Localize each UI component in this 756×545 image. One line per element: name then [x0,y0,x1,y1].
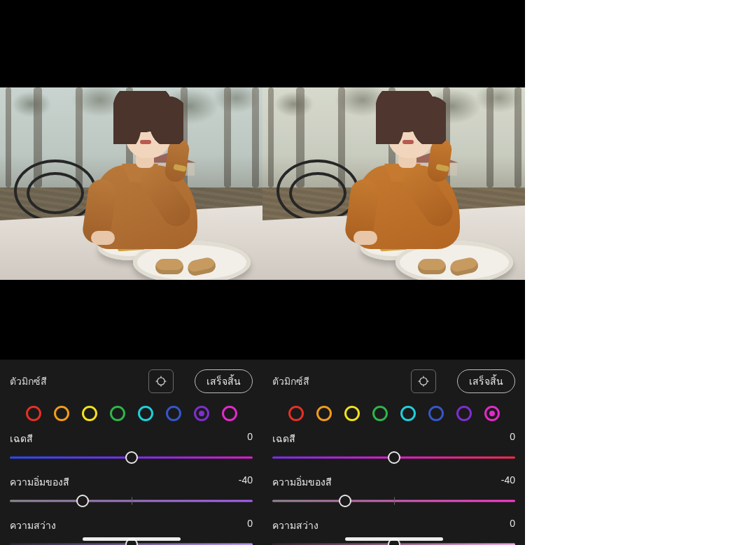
slider-thumb[interactable] [125,451,138,464]
slider-label: เฉดสี [272,431,295,446]
panel-title: ตัวมิกซ์สี [10,374,50,389]
slider-row-luminance: ความสว่าง0 [10,518,253,545]
color-swatch-row [10,406,253,421]
slider-label: เฉดสี [10,431,33,446]
color-swatch-yellow[interactable] [344,406,360,421]
slider-value: 0 [247,518,253,533]
panel-title: ตัวมิกซ์สี [272,374,312,389]
color-swatch-orange[interactable] [316,406,332,421]
slider-hue[interactable] [272,451,515,465]
compare-pane-right: ตัวมิกซ์สี เสร็จสิ้น เฉดสี0 [262,0,525,545]
color-swatch-blue[interactable] [428,406,444,421]
slider-label: ความอิ่มของสี [10,474,69,490]
color-swatch-orange[interactable] [54,406,69,421]
color-swatch-red[interactable] [26,406,41,421]
done-button[interactable]: เสร็จสิ้น [457,369,515,393]
slider-row-saturation: ความอิ่มของสี-40 [10,474,253,508]
home-indicator[interactable] [83,537,181,541]
slider-saturation[interactable] [272,494,515,508]
slider-saturation[interactable] [10,494,253,508]
color-swatch-red[interactable] [288,406,304,421]
done-button[interactable]: เสร็จสิ้น [195,369,253,393]
color-swatch-row [272,406,515,421]
target-picker-button[interactable] [148,369,174,393]
slider-value: -40 [239,474,253,490]
slider-label: ความอิ่มของสี [272,474,332,490]
blank-area [525,0,756,545]
target-picker-button[interactable] [411,369,436,393]
color-swatch-purple[interactable] [194,406,209,421]
crosshair-icon [417,375,430,388]
color-swatch-yellow[interactable] [82,406,97,421]
svg-point-5 [420,378,428,385]
color-swatch-green[interactable] [110,406,125,421]
color-mix-panel: ตัวมิกซ์สี เสร็จสิ้น เฉดสี0 [262,360,525,545]
photo-preview-area [0,0,262,360]
slider-value: 0 [510,518,515,533]
slider-hue[interactable] [10,451,253,465]
slider-row-hue: เฉดสี0 [10,431,253,465]
svg-point-0 [158,378,165,385]
color-swatch-magenta[interactable] [222,406,237,421]
slider-row-saturation: ความอิ่มของสี-40 [272,474,515,508]
slider-thumb[interactable] [388,451,400,464]
color-swatch-green[interactable] [372,406,388,421]
photo-preview-area [262,0,525,360]
slider-label: ความสว่าง [10,518,56,533]
color-swatch-cyan[interactable] [138,406,153,421]
slider-row-hue: เฉดสี0 [272,431,515,465]
slider-row-luminance: ความสว่าง0 [272,518,515,545]
color-swatch-magenta[interactable] [484,406,500,421]
slider-thumb[interactable] [339,495,351,507]
home-indicator[interactable] [345,537,443,541]
slider-label: ความสว่าง [272,518,318,533]
photo-preview[interactable] [0,87,262,280]
slider-thumb[interactable] [76,495,89,507]
slider-value: -40 [501,474,515,490]
compare-pane-left: ตัวมิกซ์สี เสร็จสิ้น เฉดสี0 [0,0,262,545]
color-swatch-cyan[interactable] [400,406,416,421]
slider-value: 0 [247,431,253,446]
photo-preview[interactable] [262,87,525,280]
color-swatch-purple[interactable] [456,406,472,421]
slider-value: 0 [510,431,515,446]
crosshair-icon [155,375,167,388]
color-swatch-blue[interactable] [166,406,181,421]
color-mix-panel: ตัวมิกซ์สี เสร็จสิ้น เฉดสี0 [0,360,262,545]
